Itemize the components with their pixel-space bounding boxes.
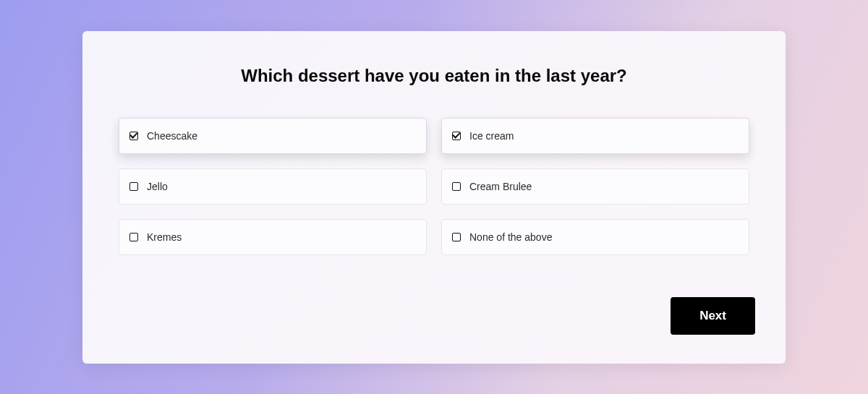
option-label: Cheescake — [147, 130, 197, 142]
checkbox-icon — [452, 233, 461, 241]
option-kremes[interactable]: Kremes — [119, 219, 427, 255]
option-label: Jello — [147, 181, 168, 192]
checkbox-icon — [129, 132, 138, 140]
option-label: Cream Brulee — [469, 181, 532, 192]
option-jello[interactable]: Jello — [119, 168, 427, 205]
question-title: Which dessert have you eaten in the last… — [119, 66, 749, 86]
checkbox-icon — [452, 132, 461, 140]
survey-card: Which dessert have you eaten in the last… — [82, 31, 786, 364]
option-label: Kremes — [147, 231, 182, 243]
option-ice-cream[interactable]: Ice cream — [441, 118, 749, 154]
option-label: None of the above — [469, 231, 552, 243]
checkbox-icon — [452, 182, 461, 191]
option-label: Ice cream — [469, 130, 514, 142]
option-none-of-the-above[interactable]: None of the above — [441, 219, 749, 255]
checkbox-icon — [129, 233, 138, 241]
option-cream-brulee[interactable]: Cream Brulee — [441, 168, 749, 205]
checkbox-icon — [129, 182, 138, 191]
options-grid: Cheescake Ice cream Jello Cream Brulee K… — [119, 118, 749, 255]
next-button[interactable]: Next — [671, 297, 755, 335]
option-cheescake[interactable]: Cheescake — [119, 118, 427, 154]
